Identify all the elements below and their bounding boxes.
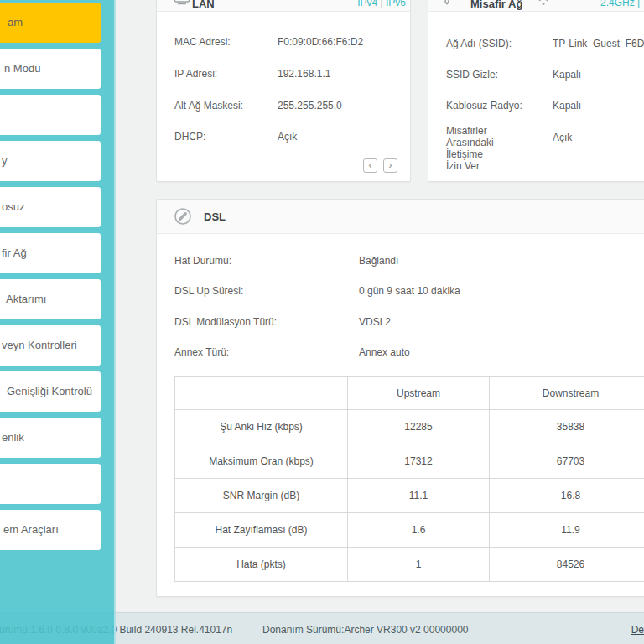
dsl-modulation-label: DSL Modülasyon Türü: — [174, 316, 277, 328]
sidebar-item-9[interactable]: enlik — [0, 418, 101, 458]
guest-hide-ssid-value: Kapalı — [553, 69, 581, 80]
lan-card-header: LAN IPv4 | IPv6 — [157, 0, 410, 12]
table-row: Maksimum Oran (kbps)1731267703 — [175, 444, 644, 479]
guest-hide-ssid-label: SSID Gizle: — [446, 69, 498, 80]
table-cell: 35838 — [490, 410, 644, 444]
table-row: Hata (pkts)184526 — [175, 548, 644, 582]
dsl-modulation-value: VDSL2 — [359, 316, 391, 328]
table-row: Hat Zayıflaması (dB)1.611.9 — [175, 513, 644, 548]
guest-radio-value: Kapalı — [553, 100, 581, 112]
sidebar-item-5[interactable]: fir Ağ — [0, 233, 101, 273]
table-row: Şu Anki Hız (kbps)1228535838 — [175, 410, 644, 444]
sidebar-item-7[interactable]: veyn Kontrolleri — [0, 325, 101, 366]
sidebar-item-1[interactable]: n Modu — [0, 49, 101, 89]
lan-mac-label: MAC Adresi: — [174, 36, 231, 48]
table-cell: 1 — [348, 548, 490, 582]
sidebar-item-6[interactable]: Aktarımı — [0, 279, 101, 319]
sidebar-item-11[interactable]: em Araçları — [0, 510, 101, 550]
dsl-uptime-label: DSL Up Süresi: — [174, 285, 243, 297]
lan-card: LAN IPv4 | IPv6 MAC Adresi: F0:09:0D:66:… — [156, 0, 411, 182]
table-cell: 11.1 — [348, 479, 490, 513]
sidebar-item-4[interactable]: osuz — [0, 187, 101, 227]
sidebar-menu: amn Moduyosuzfir AğAktarımıveyn Kontroll… — [0, 3, 114, 550]
dsl-line-status-value: Bağlandı — [359, 255, 398, 267]
dsl-annex-label: Annex Türü: — [174, 346, 229, 358]
table-cell: Maksimum Oran (kbps) — [175, 444, 348, 479]
table-row: SNR Margin (dB)11.116.8 — [175, 479, 644, 513]
lan-mac-value: F0:09:0D:66:F6:D2 — [278, 36, 363, 48]
table-cell: 67703 — [490, 444, 644, 479]
dsl-table-col-Upstream: Upstream — [348, 377, 490, 410]
sidebar-item-3[interactable]: y — [0, 141, 101, 181]
dsl-table-col-metric — [175, 377, 348, 410]
table-cell: 12285 — [348, 410, 490, 444]
table-cell: 11.9 — [490, 513, 644, 548]
guest-isolation-value: Açık — [553, 132, 572, 143]
guest-radio-label: Kablosuz Radyo: — [446, 100, 522, 112]
guest-network-card: Misafir Ağ 2.4GHz | Ağ Adı (SSID): TP-Li… — [428, 0, 644, 182]
guest-ssid-value: TP-Link_Guest_F6D — [553, 38, 644, 49]
guest-card-header: Misafir Ağ 2.4GHz | — [428, 0, 644, 12]
lan-pager-next-button[interactable]: › — [383, 158, 397, 173]
sidebar-item-10[interactable] — [0, 464, 101, 504]
dsl-phone-icon — [174, 207, 192, 229]
lan-dhcp-label: DHCP: — [174, 131, 205, 143]
sidebar-item-0[interactable]: am — [0, 3, 101, 43]
sidebar-item-2[interactable] — [0, 95, 101, 135]
guest-card-title: Misafir Ağ — [470, 0, 522, 10]
lan-mask-value: 255.255.255.0 — [278, 100, 342, 112]
guest-isolation-label: Misafirler Arasındaki İletişime İzin Ver — [446, 125, 494, 172]
lan-dhcp-value: Açık — [278, 131, 297, 143]
dsl-line-status-label: Hat Durumu: — [174, 255, 231, 267]
lan-card-title: LAN — [192, 0, 215, 10]
lan-pager-prev-button[interactable]: ‹ — [363, 158, 377, 173]
dsl-card: DSL Hat Durumu: Bağlandı DSL Up Süresi: … — [156, 199, 644, 597]
lan-ports-icon — [174, 0, 190, 9]
table-cell: 16.8 — [490, 479, 644, 513]
dsl-card-header: DSL — [157, 200, 644, 234]
sidebar: amn Moduyosuzfir AğAktarımıveyn Kontroll… — [0, 0, 116, 644]
support-link[interactable]: De — [631, 624, 644, 636]
dsl-card-title: DSL — [204, 210, 226, 223]
table-cell: 84526 — [490, 548, 644, 582]
guest-wifi-icon — [443, 0, 461, 9]
guest-ssid-label: Ağ Adı (SSID): — [446, 38, 512, 49]
lan-ip-label: IP Adresi: — [174, 68, 217, 80]
hardware-version-text: Donanım Sürümü:Archer VR300 v2 00000000 — [262, 624, 468, 636]
lan-mask-label: Alt Ağ Maskesi: — [174, 100, 243, 112]
dsl-table-col-Downstream: Downstream — [490, 377, 644, 410]
table-cell: Şu Anki Hız (kbps) — [175, 410, 348, 444]
lan-ipv4-ipv6-toggle[interactable]: IPv4 | IPv6 — [357, 0, 406, 8]
dsl-annex-value: Annex auto — [359, 346, 410, 358]
dsl-uptime-value: 0 gün 9 saat 10 dakika — [359, 285, 460, 297]
table-cell: Hata (pkts) — [175, 548, 348, 582]
lan-ip-value: 192.168.1.1 — [278, 68, 330, 80]
guest-band-toggle[interactable]: 2.4GHz | — [600, 0, 640, 8]
dsl-stats-table: UpstreamDownstream Şu Anki Hız (kbps)122… — [174, 376, 644, 582]
wifi-icon — [535, 0, 552, 9]
table-cell: SNR Margin (dB) — [175, 479, 348, 513]
table-cell: 1.6 — [348, 513, 490, 548]
table-cell: 17312 — [348, 444, 490, 479]
table-cell: Hat Zayıflaması (dB) — [175, 513, 348, 548]
sidebar-item-8[interactable]: Genişliği Kontrolü — [0, 371, 101, 412]
dsl-table-header-row: UpstreamDownstream — [175, 377, 644, 410]
